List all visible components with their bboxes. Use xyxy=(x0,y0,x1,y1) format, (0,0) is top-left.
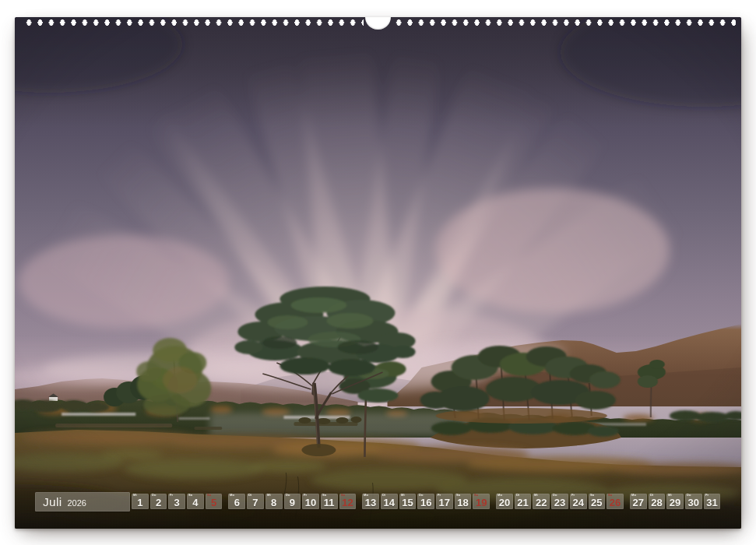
day-cell: Fr10 xyxy=(302,494,319,510)
month-name: Juli xyxy=(43,492,62,512)
day-cell: Sa4 xyxy=(187,494,204,510)
day-number: 17 xyxy=(436,498,453,508)
day-number: 25 xyxy=(589,498,606,508)
day-number: 11 xyxy=(321,498,338,508)
day-cell: Mi1 xyxy=(132,494,149,510)
day-number: 9 xyxy=(284,498,301,508)
day-number: 20 xyxy=(496,498,513,508)
day-number: 16 xyxy=(417,498,434,508)
landscape-photo xyxy=(15,17,741,529)
day-cell: Mi22 xyxy=(533,494,550,510)
day-number: 18 xyxy=(455,498,472,508)
day-cell: So12 xyxy=(339,494,357,510)
day-number: 1 xyxy=(132,498,149,508)
day-cell: Do2 xyxy=(150,494,167,510)
day-number: 26 xyxy=(607,498,624,508)
day-cell: Mo13 xyxy=(362,494,379,510)
day-number: 24 xyxy=(570,498,587,508)
day-number: 7 xyxy=(247,498,264,508)
day-number: 21 xyxy=(515,498,532,508)
weekday-label: Mi xyxy=(133,494,137,497)
day-cell: Do23 xyxy=(551,494,568,510)
day-number: 6 xyxy=(228,498,245,508)
day-cell: Fr31 xyxy=(704,494,721,510)
day-number: 4 xyxy=(187,498,204,508)
day-cell: Sa18 xyxy=(455,494,472,510)
calendar-strip: Juli 2026 Mi1Do2Fr3Sa4So5Mo6Di7Mi8Do9Fr1… xyxy=(35,491,720,512)
day-number: 28 xyxy=(649,498,666,508)
weekday-label: Di xyxy=(248,494,251,497)
day-cell: Mi8 xyxy=(265,494,283,510)
day-number: 31 xyxy=(704,498,721,508)
day-cell: So19 xyxy=(473,494,490,510)
day-number: 23 xyxy=(551,498,568,508)
vignette xyxy=(15,17,741,529)
day-number: 15 xyxy=(399,498,417,508)
day-cell: Mo20 xyxy=(496,494,513,510)
month-label-box: Juli 2026 xyxy=(35,492,130,512)
day-cell: Mi29 xyxy=(666,494,684,510)
product-photo-backdrop: Juli 2026 Mi1Do2Fr3Sa4So5Mo6Di7Mi8Do9Fr1… xyxy=(0,0,756,545)
day-cell: So26 xyxy=(607,494,624,510)
day-cell: Fr3 xyxy=(168,494,185,510)
day-cell: Mo27 xyxy=(630,494,647,510)
day-number: 5 xyxy=(206,498,223,508)
day-cells: Mi1Do2Fr3Sa4So5Mo6Di7Mi8Do9Fr10Sa11So12M… xyxy=(132,494,720,510)
day-cell: Do30 xyxy=(685,494,702,510)
day-number: 29 xyxy=(666,498,684,508)
binding-holes-left xyxy=(23,19,364,26)
day-number: 13 xyxy=(362,498,379,508)
day-number: 30 xyxy=(685,498,702,508)
weekday-label: Fr xyxy=(170,494,173,497)
day-number: 22 xyxy=(533,498,550,508)
day-number: 19 xyxy=(473,498,490,508)
day-cell: Mo6 xyxy=(228,494,245,510)
day-number: 10 xyxy=(302,498,319,508)
day-cell: Sa11 xyxy=(321,494,338,510)
day-number: 12 xyxy=(339,498,357,508)
day-cell: So5 xyxy=(206,494,223,510)
calendar-page: Juli 2026 Mi1Do2Fr3Sa4So5Mo6Di7Mi8Do9Fr1… xyxy=(15,17,741,529)
binding-holes-right xyxy=(393,19,736,26)
day-number: 2 xyxy=(150,498,167,508)
day-cell: Di14 xyxy=(381,494,398,510)
day-number: 3 xyxy=(168,498,185,508)
day-number: 27 xyxy=(630,498,647,508)
day-cell: Mi15 xyxy=(399,494,417,510)
day-cell: Di21 xyxy=(515,494,532,510)
day-cell: Do9 xyxy=(284,494,301,510)
day-cell: Fr24 xyxy=(570,494,587,510)
day-number: 8 xyxy=(265,498,283,508)
day-cell: Sa25 xyxy=(589,494,606,510)
day-cell: Di7 xyxy=(247,494,264,510)
day-cell: Fr17 xyxy=(436,494,453,510)
weekday-label: Mi xyxy=(267,494,271,497)
day-cell: Do16 xyxy=(417,494,434,510)
year-label: 2026 xyxy=(67,498,86,508)
day-number: 14 xyxy=(381,498,398,508)
day-cell: Di28 xyxy=(649,494,666,510)
